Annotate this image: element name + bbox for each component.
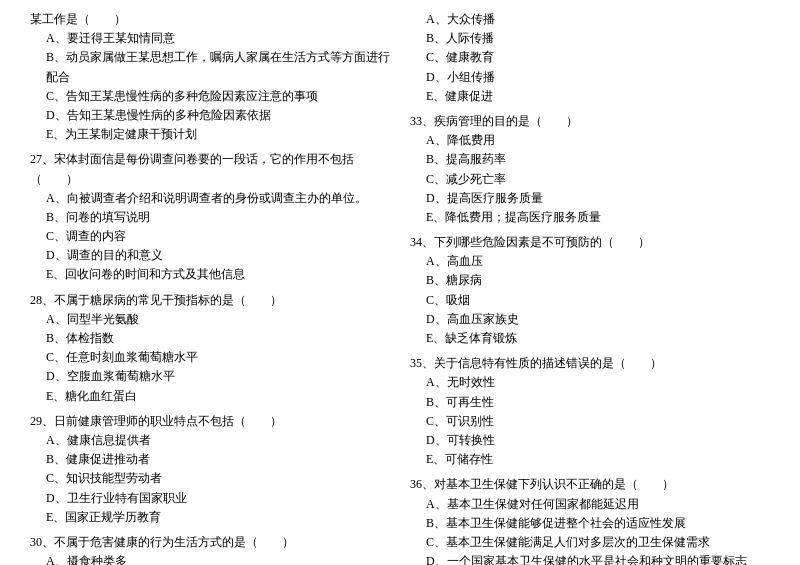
option-a: A、要迁得王某知情同意 xyxy=(30,29,390,48)
q27-option-b: B、问卷的填写说明 xyxy=(30,208,390,227)
question-27-text: 27、宋体封面信是每份调查问卷要的一段话，它的作用不包括（ ） xyxy=(30,150,390,188)
q34-option-b: B、糖尿病 xyxy=(410,271,770,290)
q29-option-e: E、国家正规学历教育 xyxy=(30,508,390,527)
q34-option-d: D、高血压家族史 xyxy=(410,310,770,329)
question-36-text: 36、对基本卫生保健下列认识不正确的是（ ） xyxy=(410,475,770,494)
option-b: B、动员家属做王某思想工作，嘱病人家属在生活方式等方面进行配合 xyxy=(30,48,390,86)
q36-option-c: C、基本卫生保健能满足人们对多层次的卫生保健需求 xyxy=(410,533,770,552)
q27-option-a: A、向被调查者介绍和说明调查者的身份或调查主办的单位。 xyxy=(30,189,390,208)
question-32-options: A、大众传播 B、人际传播 C、健康教育 D、小组传播 E、健康促进 xyxy=(410,10,770,106)
question-29-text: 29、日前健康管理师的职业特点不包括（ ） xyxy=(30,412,390,431)
q34-option-e: E、缺乏体育锻炼 xyxy=(410,329,770,348)
q35-option-a: A、无时效性 xyxy=(410,373,770,392)
q30-option-a: A、摄食种类多 xyxy=(30,552,390,565)
q32-option-c: C、健康教育 xyxy=(410,48,770,67)
q28-option-c: C、任意时刻血浆葡萄糖水平 xyxy=(30,348,390,367)
q27-option-c: C、调查的内容 xyxy=(30,227,390,246)
right-column: A、大众传播 B、人际传播 C、健康教育 D、小组传播 E、健康促进 33、疾病… xyxy=(410,10,770,565)
q36-option-a: A、基本卫生保健对任何国家都能延迟用 xyxy=(410,495,770,514)
q32-option-e: E、健康促进 xyxy=(410,87,770,106)
q33-option-c: C、减少死亡率 xyxy=(410,170,770,189)
q27-option-d: D、调查的目的和意义 xyxy=(30,246,390,265)
left-column: 某工作是（ ） A、要迁得王某知情同意 B、动员家属做王某思想工作，嘱病人家属在… xyxy=(30,10,390,565)
q32-option-d: D、小组传播 xyxy=(410,68,770,87)
q34-option-c: C、吸烟 xyxy=(410,291,770,310)
option-c: C、告知王某患慢性病的多种危险因素应注意的事项 xyxy=(30,87,390,106)
q35-option-e: E、可储存性 xyxy=(410,450,770,469)
question-29: 29、日前健康管理师的职业特点不包括（ ） A、健康信息提供者 B、健康促进推动… xyxy=(30,412,390,527)
q32-option-a: A、大众传播 xyxy=(410,10,770,29)
q27-option-e: E、回收问卷的时间和方式及其他信息 xyxy=(30,265,390,284)
two-column-layout: 某工作是（ ） A、要迁得王某知情同意 B、动员家属做王某思想工作，嘱病人家属在… xyxy=(30,10,770,565)
page: 某工作是（ ） A、要迁得王某知情同意 B、动员家属做王某思想工作，嘱病人家属在… xyxy=(30,10,770,565)
q35-option-b: B、可再生性 xyxy=(410,393,770,412)
q33-option-b: B、提高服药率 xyxy=(410,150,770,169)
question-33: 33、疾病管理的目的是（ ） A、降低费用 B、提高服药率 C、减少死亡率 D、… xyxy=(410,112,770,227)
question-34: 34、下列哪些危险因素是不可预防的（ ） A、高血压 B、糖尿病 C、吸烟 D、… xyxy=(410,233,770,348)
q28-option-d: D、空腹血浆葡萄糖水平 xyxy=(30,367,390,386)
question-27: 27、宋体封面信是每份调查问卷要的一段话，它的作用不包括（ ） A、向被调查者介… xyxy=(30,150,390,284)
q34-option-a: A、高血压 xyxy=(410,252,770,271)
q32-option-b: B、人际传播 xyxy=(410,29,770,48)
q36-option-b: B、基本卫生保健能够促进整个社会的适应性发展 xyxy=(410,514,770,533)
q35-option-c: C、可识别性 xyxy=(410,412,770,431)
question-33-text: 33、疾病管理的目的是（ ） xyxy=(410,112,770,131)
q35-option-d: D、可转换性 xyxy=(410,431,770,450)
q28-option-b: B、体检指数 xyxy=(30,329,390,348)
question-30: 30、不属于危害健康的行为生活方式的是（ ） A、摄食种类多 B、高盐饮食 C、… xyxy=(30,533,390,565)
question-34-text: 34、下列哪些危险因素是不可预防的（ ） xyxy=(410,233,770,252)
q33-option-a: A、降低费用 xyxy=(410,131,770,150)
question-35-text: 35、关于信息特有性质的描述错误的是（ ） xyxy=(410,354,770,373)
q33-option-d: D、提高医疗服务质量 xyxy=(410,189,770,208)
q33-option-e: E、降低费用；提高医疗服务质量 xyxy=(410,208,770,227)
q29-option-b: B、健康促进推动者 xyxy=(30,450,390,469)
question-35: 35、关于信息特有性质的描述错误的是（ ） A、无时效性 B、可再生性 C、可识… xyxy=(410,354,770,469)
question-intro-text: 某工作是（ ） xyxy=(30,10,390,29)
q36-option-d: D、一个国家基本卫生保健的水平是社会和种文明的重要标志 xyxy=(410,552,770,565)
q28-option-e: E、糖化血红蛋白 xyxy=(30,387,390,406)
question-28: 28、不属于糖尿病的常见干预指标的是（ ） A、同型半光氨酸 B、体检指数 C、… xyxy=(30,291,390,406)
question-28-text: 28、不属于糖尿病的常见干预指标的是（ ） xyxy=(30,291,390,310)
option-d: D、告知王某患慢性病的多种危险因素依据 xyxy=(30,106,390,125)
option-e: E、为王某制定健康干预计划 xyxy=(30,125,390,144)
q28-option-a: A、同型半光氨酸 xyxy=(30,310,390,329)
question-30-text: 30、不属于危害健康的行为生活方式的是（ ） xyxy=(30,533,390,552)
q29-option-c: C、知识技能型劳动者 xyxy=(30,469,390,488)
question-intro: 某工作是（ ） A、要迁得王某知情同意 B、动员家属做王某思想工作，嘱病人家属在… xyxy=(30,10,390,144)
q29-option-a: A、健康信息提供者 xyxy=(30,431,390,450)
q29-option-d: D、卫生行业特有国家职业 xyxy=(30,489,390,508)
question-36: 36、对基本卫生保健下列认识不正确的是（ ） A、基本卫生保健对任何国家都能延迟… xyxy=(410,475,770,565)
